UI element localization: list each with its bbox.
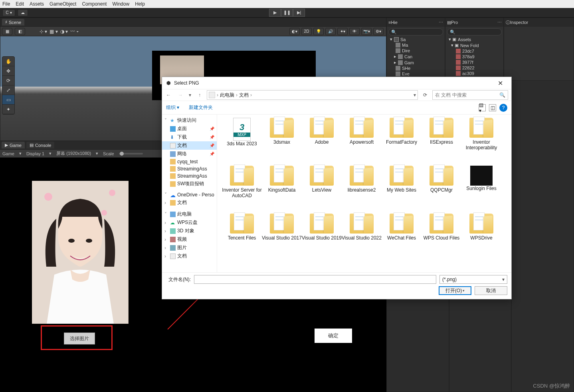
cloud-btn[interactable]: ☁ xyxy=(18,9,28,16)
project-item[interactable]: ac309 xyxy=(447,71,502,76)
recent-dd[interactable]: ▾ xyxy=(188,90,192,100)
bc-pc[interactable]: 此电脑 xyxy=(220,92,234,99)
project-item[interactable]: 378a9 xyxy=(447,54,502,59)
2d-toggle[interactable]: 2D xyxy=(301,28,312,35)
sb-folder[interactable]: StreamingAss xyxy=(162,172,217,180)
folder-item[interactable]: Tencent Files xyxy=(222,214,262,261)
folder-item[interactable]: QQPCMgr xyxy=(422,166,461,214)
new-folder-btn[interactable]: 新建文件夹 xyxy=(189,104,213,111)
sb-folder[interactable]: cyqq_test xyxy=(162,158,217,165)
hierarchy-item[interactable]: SHe xyxy=(388,65,443,71)
sb-thispc[interactable]: ˅此电脑 xyxy=(162,210,217,218)
breadcrumb-dd[interactable]: ▾ xyxy=(414,92,416,98)
aspect-dd[interactable]: 屏幕 (1920x1080) xyxy=(56,150,91,156)
play-button[interactable]: ▶ xyxy=(269,9,281,17)
folder-grid[interactable]: 3MXP3ds Max 20233dsmaxAdobeApowersoftFor… xyxy=(217,115,511,272)
move-tool[interactable]: ✥ xyxy=(2,66,14,76)
account-btn[interactable]: C ▾ xyxy=(2,9,15,16)
scene-tab[interactable]: ♯ Scene xyxy=(2,19,24,26)
sb-3d[interactable]: ›3D 对象 xyxy=(162,227,217,235)
step-button[interactable]: ▶| xyxy=(293,9,305,17)
organize-dd[interactable]: 组织 ▾ xyxy=(166,104,179,111)
menu-component[interactable]: Component xyxy=(82,1,107,7)
hierarchy-item[interactable]: ▸ Can xyxy=(388,53,443,59)
scale-tool[interactable]: ⤢ xyxy=(2,85,14,95)
folder-item[interactable]: My Web Sites xyxy=(382,166,422,214)
fx-icon[interactable]: ✦▾ xyxy=(337,28,348,35)
audio-icon[interactable]: 🔊 xyxy=(325,28,336,35)
sb-quickaccess[interactable]: ˅★快速访问 xyxy=(162,116,217,125)
menu-help[interactable]: Help xyxy=(135,1,145,7)
eye-icon[interactable]: 👁 xyxy=(349,28,360,35)
project-item[interactable]: 3977f xyxy=(447,59,502,65)
scale-slider[interactable] xyxy=(119,153,143,154)
sb-network[interactable]: 网络📌 xyxy=(162,150,217,158)
menu-assets[interactable]: Assets xyxy=(30,1,44,7)
project-item[interactable]: 22822 xyxy=(447,65,502,71)
scene-row[interactable]: ▾ Sa xyxy=(388,36,443,42)
folder-item[interactable]: WPSDrive xyxy=(461,214,501,261)
project-root[interactable]: ▾ ▣ Assets xyxy=(447,36,502,42)
sb-videos[interactable]: ›视频 xyxy=(162,235,217,244)
sb-downloads[interactable]: ⬇下载📌 xyxy=(162,133,217,141)
filename-input[interactable] xyxy=(194,275,436,284)
sb-desktop[interactable]: 桌面📌 xyxy=(162,125,217,133)
preview-icon[interactable]: ◫ xyxy=(489,104,496,111)
folder-item[interactable]: Sunlogin Files xyxy=(461,166,501,214)
project-folder[interactable]: ▾ ▣ New Fold xyxy=(447,42,502,48)
folder-item[interactable]: WeChat Files xyxy=(382,214,422,261)
filetype-filter[interactable]: (*.png)▾ xyxy=(439,275,507,284)
shaded-icon[interactable]: ◐▾ xyxy=(289,28,300,35)
game-dd[interactable]: Game xyxy=(2,151,14,156)
gizmo-icon[interactable]: ⚙▾ xyxy=(373,28,384,35)
sb-folder[interactable]: SW项目报销 xyxy=(162,180,217,188)
close-button[interactable]: ✕ xyxy=(492,77,508,89)
sb-folder[interactable]: StreamingAss xyxy=(162,165,217,172)
folder-item[interactable]: Visual Studio 2017 xyxy=(262,214,302,261)
folder-item[interactable]: FormatFactory xyxy=(382,118,422,166)
folder-item[interactable]: Inventor Interoperability xyxy=(461,118,501,166)
grid-icon[interactable]: ▦ xyxy=(2,28,12,35)
menu-file[interactable]: File xyxy=(2,1,10,7)
project-search[interactable]: 🔍 xyxy=(447,28,502,36)
cube-icon[interactable]: ◧ xyxy=(15,28,25,35)
folder-item[interactable]: LetsView xyxy=(302,166,342,214)
sb-wps[interactable]: ›☁WPS云盘 xyxy=(162,218,217,227)
up-icon[interactable]: ↑ xyxy=(195,90,204,100)
menu-gameobject[interactable]: GameObject xyxy=(49,1,76,7)
bc-docs[interactable]: 文档 xyxy=(239,92,249,99)
rect-tool[interactable]: ▭ xyxy=(2,95,14,105)
menu-edit[interactable]: Edit xyxy=(16,1,24,7)
cancel-button[interactable]: 取消 xyxy=(475,286,507,295)
sb-onedrive[interactable]: ˅☁OneDrive - Perso xyxy=(162,191,217,198)
folder-item[interactable]: Apowersoft xyxy=(342,118,382,166)
hierarchy-item[interactable]: Dire xyxy=(388,48,443,53)
light-icon[interactable]: 💡 xyxy=(313,28,324,35)
back-icon[interactable]: ← xyxy=(164,90,173,100)
transform-tool[interactable]: ✦ xyxy=(2,105,14,114)
hand-tool[interactable]: ✋ xyxy=(2,57,14,66)
display-dd[interactable]: Display 1 xyxy=(26,151,44,156)
refresh-icon[interactable]: ⟳ xyxy=(420,90,430,100)
project-item[interactable]: 23dc7 xyxy=(447,48,502,54)
folder-item[interactable]: IISExpress xyxy=(422,118,461,166)
sb-docs[interactable]: ›文档 xyxy=(162,252,217,260)
folder-item[interactable]: Visual Studio 2022 xyxy=(342,214,382,261)
breadcrumb[interactable]: › 此电脑 › 文档 › ▾ xyxy=(207,90,418,100)
pause-button[interactable]: ❚❚ xyxy=(281,9,293,17)
folder-item[interactable]: Inventor Server for AutoCAD xyxy=(222,166,262,214)
sb-od-docs[interactable]: ›文档 xyxy=(162,198,217,207)
console-tab[interactable]: ▤ Console xyxy=(26,142,54,148)
search-input[interactable] xyxy=(435,92,499,98)
help-icon[interactable]: ? xyxy=(499,104,507,112)
hierarchy-item[interactable]: ▸ Gam xyxy=(388,59,443,65)
sb-pictures[interactable]: ›图片 xyxy=(162,244,217,252)
folder-item[interactable]: librealsense2 xyxy=(342,166,382,214)
view-icon[interactable]: ▤ ▾ xyxy=(479,104,486,111)
game-tab[interactable]: ▶ Game xyxy=(2,142,25,148)
search-box[interactable]: 🔍 xyxy=(432,90,508,100)
rotate-tool[interactable]: ⟳ xyxy=(2,76,14,85)
cam-icon[interactable]: 📷▾ xyxy=(361,28,372,35)
open-button[interactable]: 打开(O) ▾ xyxy=(439,286,471,295)
menu-window[interactable]: Window xyxy=(112,1,129,7)
